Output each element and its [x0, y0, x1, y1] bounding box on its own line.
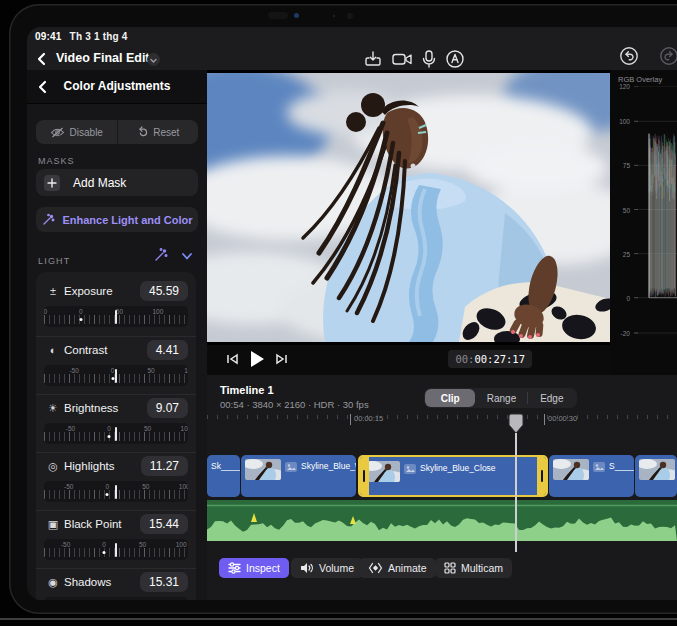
plus-icon — [44, 175, 60, 191]
ruler-tick-label: 100 — [181, 425, 188, 432]
media-icon — [285, 462, 297, 472]
timecode-display[interactable]: 00:00:27:17 — [448, 350, 532, 368]
highlights-icon: ◎ — [46, 460, 60, 473]
viewer[interactable] — [207, 70, 610, 345]
mode-clip[interactable]: Clip — [425, 389, 475, 407]
ruler-tick-label: 0 — [107, 425, 111, 432]
volume-button[interactable]: Volume — [291, 558, 363, 578]
reset-button[interactable]: Reset — [118, 120, 199, 144]
mode-range[interactable]: Range — [476, 388, 526, 408]
title-dropdown-button[interactable] — [147, 53, 160, 66]
magic-wand-icon — [41, 213, 55, 227]
audio-track[interactable] — [207, 500, 677, 541]
light-section-header: LIGHT — [38, 250, 196, 264]
clip-s-[interactable]: S_____ — [549, 455, 634, 497]
ruler-tick-label: -50 — [61, 599, 70, 600]
clip-thumb-wrap — [639, 459, 675, 480]
slider-ruler[interactable]: -50050100 — [44, 306, 188, 327]
clip-skyline-blue-close[interactable]: Skyline_Blue_Close — [358, 455, 548, 497]
skip-forward-icon[interactable] — [275, 352, 289, 366]
add-mask-label: Add Mask — [73, 176, 126, 190]
playhead-line[interactable] — [515, 432, 517, 552]
zero-marker — [111, 377, 114, 380]
value-cursor — [115, 427, 117, 441]
clip-skyline-blue-wide[interactable]: Skyline_Blue_Wide — [241, 455, 356, 497]
skip-back-icon[interactable] — [225, 352, 239, 366]
clip-label: Skyline_Blue_Wide — [301, 461, 356, 471]
slider-value-field[interactable]: 15.31 — [140, 572, 188, 592]
animate-icon — [368, 562, 383, 574]
auto-enhance-icon[interactable] — [152, 247, 168, 263]
zero-marker — [103, 551, 106, 554]
clip[interactable] — [635, 455, 677, 497]
clip-sk-[interactable]: Sk_____ — [207, 455, 240, 497]
export-icon[interactable] — [363, 49, 383, 69]
slider-ruler[interactable]: -50050100 — [44, 539, 188, 560]
media-icon — [404, 464, 416, 474]
contrast-icon: ◐ — [46, 344, 60, 356]
trim-handle-right[interactable] — [537, 456, 547, 496]
enhance-label: Enhance Light and Color — [62, 214, 192, 226]
timeline-info: 00:54 · 3840 × 2160 · HDR · 30 fps — [220, 399, 369, 410]
clip-content: Skyline_Blue_Wide — [241, 455, 356, 484]
slider-value-field[interactable]: 11.27 — [141, 456, 188, 476]
transport-bar: 00:00:27:17 — [207, 345, 610, 375]
ruler-tick-label: -50 — [69, 367, 78, 374]
animate-button[interactable]: Animate — [359, 558, 436, 578]
trim-handle-left[interactable] — [359, 456, 369, 496]
ruler-tick-label: -50 — [44, 308, 47, 315]
slider-row-exposure: ±Exposure45.59-50050100 — [36, 278, 196, 336]
slider-ruler[interactable]: -50050100 — [44, 481, 188, 502]
timeline-ruler[interactable]: 00:00:1500:00:30 — [207, 412, 677, 428]
project-title[interactable]: Video Final Edit — [56, 51, 150, 65]
scope-axis-label: 50 — [612, 206, 630, 213]
slider-ruler[interactable]: -50050100 — [44, 597, 188, 600]
disable-button[interactable]: Disable — [36, 120, 118, 144]
zero-marker — [108, 435, 111, 438]
disable-label: Disable — [70, 127, 103, 138]
enhance-button[interactable]: Enhance Light and Color — [36, 207, 198, 232]
slider-ruler[interactable]: -50050100 — [44, 365, 188, 386]
annotate-icon[interactable] — [445, 49, 465, 69]
reset-icon — [136, 126, 148, 138]
value-cursor — [115, 369, 117, 383]
clip-label: Skyline_Blue_Close — [420, 463, 496, 473]
section-collapse-chevron[interactable] — [180, 250, 194, 262]
slider-row-contrast: ◐Contrast4.41-50050100 — [36, 336, 196, 395]
slider-label: Contrast — [64, 344, 107, 356]
ruler-tick-label: 100 — [184, 367, 188, 374]
volume-icon — [300, 562, 314, 574]
slider-value-field[interactable]: 4.41 — [147, 340, 188, 360]
scope-axis-label: 100 — [612, 118, 630, 125]
clip-label: S_____ — [609, 461, 634, 471]
camera-icon[interactable] — [391, 49, 411, 69]
tool-label: Multicam — [461, 562, 503, 574]
slider-ruler[interactable]: -50050100 — [44, 423, 188, 444]
inspect-button[interactable]: Inspect — [219, 558, 289, 578]
playhead-handle[interactable] — [508, 413, 524, 434]
slider-value-field[interactable]: 15.44 — [140, 514, 188, 534]
mic-icon[interactable] — [421, 49, 441, 69]
zero-marker — [106, 493, 109, 496]
light-sliders: ±Exposure45.59-50050100◐Contrast4.41-500… — [36, 272, 196, 600]
clip-content: S_____ — [549, 455, 634, 484]
multicam-button[interactable]: Multicam — [435, 558, 512, 578]
top-toolbar: 09:41Th 3 1 thg 4 Video Final Edit — [27, 27, 677, 70]
slider-row-highlights: ◎Highlights11.27-50050100 — [36, 452, 196, 511]
sensor-dot — [333, 15, 335, 17]
add-mask-button[interactable]: Add Mask — [36, 169, 198, 196]
back-button[interactable] — [37, 52, 46, 66]
ruler-tick-label: 0 — [79, 308, 83, 315]
brightness-icon: ☀ — [46, 402, 60, 415]
media-icon — [593, 462, 605, 472]
tool-label: Inspect — [246, 562, 280, 574]
slider-value-field[interactable]: 9.07 — [147, 398, 188, 418]
slider-label: Highlights — [64, 460, 115, 472]
redo-icon[interactable] — [659, 46, 677, 66]
play-icon[interactable] — [249, 350, 265, 368]
undo-icon[interactable] — [619, 46, 639, 66]
scope-axis-label: 25 — [612, 250, 630, 257]
mode-edge[interactable]: Edge — [527, 388, 577, 408]
edit-mode-segment: ClipRangeEdge — [424, 388, 577, 408]
slider-value-field[interactable]: 45.59 — [140, 281, 188, 301]
